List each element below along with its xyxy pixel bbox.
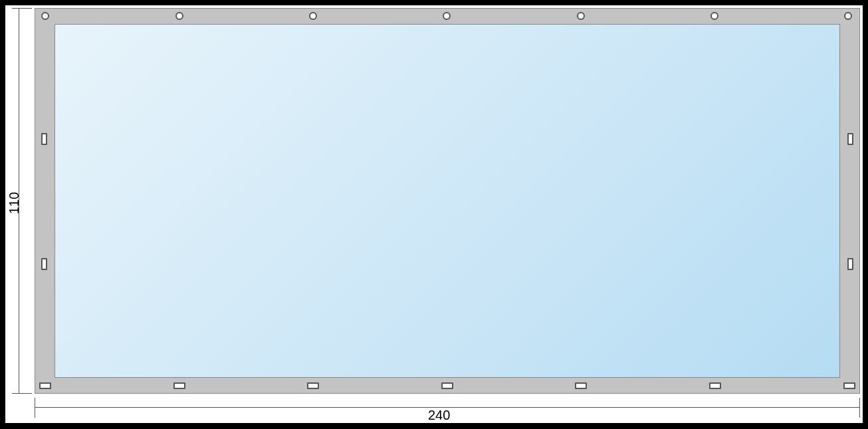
- eyelet-round-icon: [41, 12, 49, 20]
- eyelet-rect-icon: [173, 382, 185, 389]
- eyelet-rect-icon: [843, 382, 855, 389]
- eyelet-rect-icon: [709, 382, 721, 389]
- dim-tick: [12, 393, 32, 394]
- diagram-canvas: 110 240: [0, 0, 868, 429]
- dim-tick: [35, 398, 35, 418]
- eyelet-round-icon: [710, 12, 718, 20]
- height-dimension-label: 110: [7, 192, 22, 214]
- eyelet-round-icon: [175, 12, 183, 20]
- eyelet-rect-vertical-icon: [847, 133, 853, 145]
- eyelet-rect-icon: [575, 382, 587, 389]
- eyelet-round-icon: [844, 12, 852, 20]
- eyelet-rect-icon: [441, 382, 453, 389]
- eyelet-rect-vertical-icon: [41, 258, 47, 270]
- eyelet-rect-vertical-icon: [41, 133, 47, 145]
- width-dimension-label: 240: [425, 408, 453, 423]
- eyelet-round-icon: [577, 12, 585, 20]
- dim-tick: [12, 8, 32, 9]
- eyelet-round-icon: [443, 12, 451, 20]
- dim-tick: [859, 398, 860, 418]
- eyelet-rect-vertical-icon: [847, 258, 853, 270]
- eyelet-rect-icon: [39, 382, 51, 389]
- eyelet-rect-icon: [307, 382, 319, 389]
- eyelet-round-icon: [309, 12, 317, 20]
- panel-inner: [54, 24, 840, 378]
